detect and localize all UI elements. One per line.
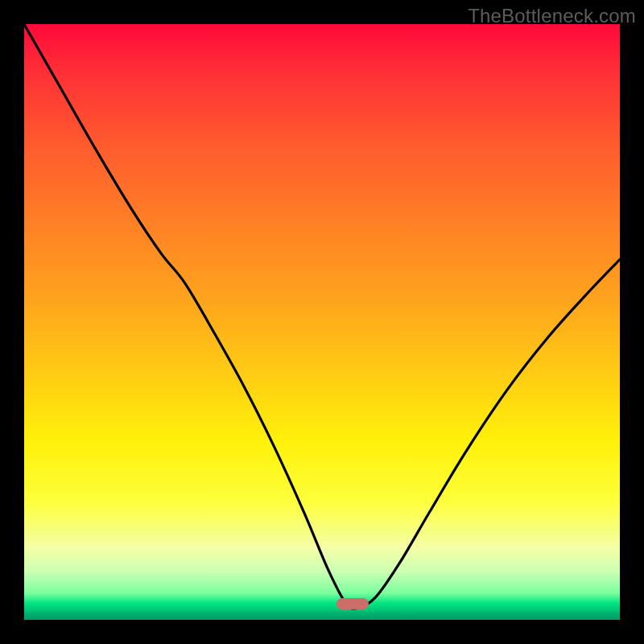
current-config-marker — [336, 598, 369, 609]
watermark-label: TheBottleneck.com — [468, 5, 636, 27]
chart-frame: TheBottleneck.com — [0, 0, 644, 644]
bottleneck-curve — [24, 24, 620, 620]
plot-area — [24, 24, 620, 620]
